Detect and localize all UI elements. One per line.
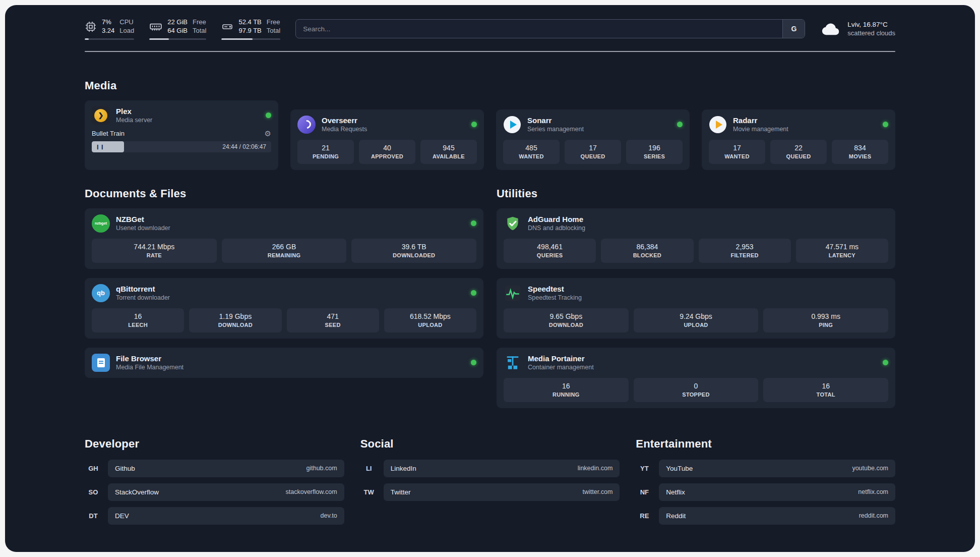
cpu-progress xyxy=(85,38,134,40)
bookmark-row: SO StackOverflow stackoverflow.com xyxy=(85,483,344,501)
ram-free: 22 GiB xyxy=(167,18,188,27)
app-name: Radarr xyxy=(733,116,788,125)
app-name: Plex xyxy=(116,107,152,116)
cpu-label2: Load xyxy=(119,27,134,35)
pause-icon[interactable]: ❙❙ xyxy=(96,144,105,149)
stat-queued: 22 QUEUED xyxy=(770,140,827,164)
cpu-stat: 7% 3.24 CPU Load xyxy=(85,18,134,40)
cpu-label: CPU xyxy=(119,18,134,27)
section-title-entertainment: Entertainment xyxy=(636,437,895,451)
bookmarks-social: Social LI LinkedIn linkedin.com TW Twitt… xyxy=(360,437,620,531)
bookmark-abbr: NF xyxy=(636,488,653,496)
app-card-sonarr[interactable]: Sonarr Series management 485 WANTED 17 Q… xyxy=(496,109,690,170)
playback-time: 24:44 / 02:06:47 xyxy=(222,143,266,150)
now-playing-title: Bullet Train xyxy=(92,130,125,137)
bookmark-netflix[interactable]: Netflix netflix.com xyxy=(659,483,895,501)
app-card-plex[interactable]: ❯ Plex Media server Bullet Train ⚙ ❙❙ 24… xyxy=(85,100,278,170)
cpu-load-value: 3.24 xyxy=(102,27,114,35)
stat-stopped: 0 STOPPED xyxy=(634,378,759,402)
section-title-media: Media xyxy=(85,79,895,92)
bookmark-stackoverflow[interactable]: StackOverflow stackoverflow.com xyxy=(108,483,344,501)
app-card-adguard[interactable]: AdGuard Home DNS and adblocking 498,461 … xyxy=(497,208,895,269)
stat-filtered: 2,953 FILTERED xyxy=(699,239,791,263)
bookmark-row: NF Netflix netflix.com xyxy=(636,483,895,501)
app-desc: Series management xyxy=(527,126,584,133)
bookmarks-developer: Developer GH Github github.com SO StackO… xyxy=(85,437,344,531)
section-title-social: Social xyxy=(360,437,620,451)
bookmarks-entertainment: Entertainment YT YouTube youtube.com NF … xyxy=(636,437,895,531)
stat-blocked: 86,384 BLOCKED xyxy=(601,239,693,263)
stat-leech: 16 LEECH xyxy=(92,308,184,332)
status-dot xyxy=(471,360,476,365)
app-name: NZBGet xyxy=(116,215,170,224)
section-title-documents: Documents & Files xyxy=(85,187,483,200)
bookmark-row: TW Twitter twitter.com xyxy=(360,483,620,501)
documents-column: Documents & Files nzbget NZBGet Usenet d… xyxy=(85,187,483,408)
stat-pending: 21 PENDING xyxy=(297,140,354,164)
adguard-icon xyxy=(504,214,522,233)
bookmark-row: LI LinkedIn linkedin.com xyxy=(360,460,620,477)
disk-free: 52.4 TB xyxy=(238,18,261,27)
bookmark-abbr: GH xyxy=(85,465,102,472)
bookmark-reddit[interactable]: Reddit reddit.com xyxy=(659,507,895,525)
bookmarks-grid: Developer GH Github github.com SO StackO… xyxy=(85,437,895,531)
app-card-nzbget[interactable]: nzbget NZBGet Usenet downloader 744.21 M… xyxy=(85,208,483,269)
app-desc: Movie management xyxy=(733,126,788,133)
stat-series: 196 SERIES xyxy=(626,140,683,164)
stat-approved: 40 APPROVED xyxy=(359,140,415,164)
disk-icon xyxy=(221,21,233,33)
status-dot xyxy=(471,122,477,127)
plex-icon: ❯ xyxy=(92,106,110,125)
app-card-qbittorrent[interactable]: qb qBittorrent Torrent downloader 16 LEE… xyxy=(85,278,483,339)
ram-icon xyxy=(149,20,162,33)
bookmark-youtube[interactable]: YouTube youtube.com xyxy=(659,460,895,477)
app-card-radarr[interactable]: Radarr Movie management 17 WANTED 22 QUE… xyxy=(702,109,895,170)
status-dot xyxy=(266,113,271,118)
app-card-overseerr[interactable]: Overseerr Media Requests 21 PENDING 40 A… xyxy=(290,109,484,170)
stat-seed: 471 SEED xyxy=(287,308,379,332)
bookmark-linkedin[interactable]: LinkedIn linkedin.com xyxy=(384,460,620,477)
bookmark-twitter[interactable]: Twitter twitter.com xyxy=(384,483,620,501)
weather-widget[interactable]: Lviv, 16.87°C scattered clouds xyxy=(820,20,895,38)
stat-ping: 0.993 ms PING xyxy=(763,308,888,332)
app-card-portainer[interactable]: Media Portainer Container management 16 … xyxy=(497,348,895,408)
bookmark-github[interactable]: Github github.com xyxy=(108,460,344,477)
search-input[interactable] xyxy=(296,20,782,38)
stat-running: 16 RUNNING xyxy=(504,378,629,402)
app-card-filebrowser[interactable]: File Browser Media File Management xyxy=(85,348,483,378)
gear-icon[interactable]: ⚙ xyxy=(265,130,271,137)
media-grid: ❯ Plex Media server Bullet Train ⚙ ❙❙ 24… xyxy=(85,100,895,170)
weather-condition: scattered clouds xyxy=(847,29,895,37)
ram-label2: Total xyxy=(193,27,206,35)
bookmark-row: RE Reddit reddit.com xyxy=(636,507,895,525)
bookmark-dev[interactable]: DEV dev.to xyxy=(108,507,344,525)
status-dot xyxy=(677,122,683,127)
disk-label: Free xyxy=(267,18,280,27)
disk-progress xyxy=(221,38,280,40)
section-title-utilities: Utilities xyxy=(497,187,895,200)
ram-label: Free xyxy=(193,18,206,27)
bookmark-abbr: TW xyxy=(360,488,378,496)
section-title-developer: Developer xyxy=(85,437,344,451)
stat-upload: 618.52 Mbps UPLOAD xyxy=(384,308,476,332)
search-engine-button[interactable]: G xyxy=(782,20,805,38)
stat-wanted: 485 WANTED xyxy=(503,140,560,164)
bookmark-row: YT YouTube youtube.com xyxy=(636,460,895,477)
app-desc: Media server xyxy=(116,117,152,124)
app-name: Sonarr xyxy=(527,116,584,125)
app-desc: DNS and adblocking xyxy=(528,225,585,232)
dashboard: 7% 3.24 CPU Load xyxy=(5,5,975,552)
app-card-speedtest[interactable]: Speedtest Speedtest Tracking 9.65 Gbps D… xyxy=(497,278,895,339)
stat-total: 16 TOTAL xyxy=(763,378,888,402)
radarr-icon xyxy=(709,116,727,134)
stat-download: 1.19 Gbps DOWNLOAD xyxy=(189,308,281,332)
bookmark-row: GH Github github.com xyxy=(85,460,344,477)
status-dot xyxy=(471,220,476,226)
stat-wanted: 17 WANTED xyxy=(709,140,765,164)
qbittorrent-icon: qb xyxy=(92,284,110,302)
bookmark-row: DT DEV dev.to xyxy=(85,507,344,525)
playback-progress-bar[interactable]: ❙❙ 24:44 / 02:06:47 xyxy=(92,141,271,152)
disk-total: 97.9 TB xyxy=(238,27,261,35)
stat-queued: 17 QUEUED xyxy=(565,140,621,164)
cpu-icon xyxy=(85,21,97,33)
